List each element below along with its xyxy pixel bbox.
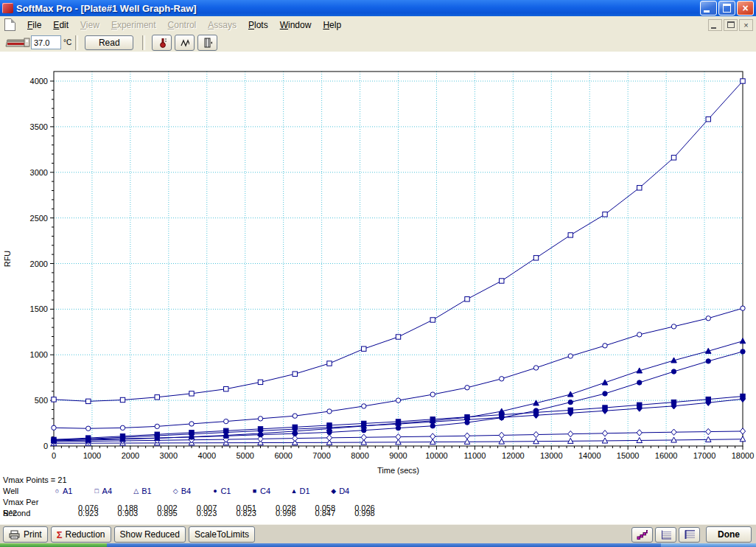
show-reduced-button[interactable]: Show Reduced bbox=[114, 526, 186, 543]
svg-text:18000: 18000 bbox=[732, 451, 755, 460]
gridlines bbox=[54, 72, 743, 446]
mdi-close-icon: × bbox=[743, 21, 748, 29]
menu-item-help[interactable]: Help bbox=[317, 18, 347, 32]
well-cell-D4: ◆D4 bbox=[328, 486, 368, 497]
svg-text:7000: 7000 bbox=[312, 451, 330, 460]
well-cell-A4: □A4 bbox=[91, 486, 131, 497]
D1-marker-glyph: ▲ bbox=[289, 486, 300, 497]
svg-text:500: 500 bbox=[35, 396, 48, 405]
well-cell-C1: ●C1 bbox=[209, 486, 249, 497]
plate-grid-framed-view-button[interactable] bbox=[679, 527, 700, 543]
sigma-icon: Σ bbox=[57, 529, 63, 540]
well-graph-panel: 0100020003000400050006000700080009000100… bbox=[0, 52, 756, 524]
r2-value-A1: 0.923 bbox=[52, 508, 91, 519]
svg-text:3500: 3500 bbox=[30, 122, 48, 131]
menu-item-window[interactable]: Window bbox=[274, 18, 318, 32]
kinetic-read-button[interactable] bbox=[175, 35, 195, 51]
well-cell-B4: ◇B4 bbox=[170, 486, 210, 497]
instrument-toolbar: °C Read bbox=[0, 33, 756, 52]
minimize-button[interactable] bbox=[700, 1, 717, 15]
start-button-strip[interactable] bbox=[0, 543, 107, 547]
menu-item-view: View bbox=[74, 18, 105, 32]
C4-marker-glyph: ■ bbox=[249, 486, 260, 497]
menu-item-file[interactable]: File bbox=[21, 18, 47, 32]
svg-text:0: 0 bbox=[43, 442, 48, 450]
well-row: Well○A1□A4△B1◇B4●C1■C4▲D1◆D4 bbox=[3, 486, 445, 497]
mdi-minimize-icon bbox=[711, 27, 716, 29]
toolbar-separator bbox=[75, 35, 78, 50]
temperature-unit-label: °C bbox=[63, 38, 71, 46]
well-cell-A1: ○A1 bbox=[52, 486, 91, 497]
drawer-button[interactable] bbox=[197, 35, 217, 51]
well-cell-B1: △B1 bbox=[130, 486, 170, 497]
svg-text:2500: 2500 bbox=[30, 214, 48, 223]
restore-button[interactable] bbox=[718, 1, 735, 15]
reduction-button[interactable]: Σ Reduction bbox=[51, 526, 111, 543]
printer-icon bbox=[9, 530, 21, 540]
menu-item-plots[interactable]: Plots bbox=[242, 18, 274, 32]
menu-bar: FileEditViewExperimentControlAssaysPlots… bbox=[0, 16, 756, 34]
r2-value-D1: 0.847 bbox=[289, 508, 329, 519]
statistics-panel: Vmax Points = 21 Well○A1□A4△B1◇B4●C1■C4▲… bbox=[3, 475, 445, 519]
mdi-restore-button[interactable] bbox=[724, 19, 738, 31]
mdi-minimize-button[interactable] bbox=[708, 19, 722, 31]
temperature-input[interactable] bbox=[31, 35, 61, 49]
plate-grid-icon bbox=[660, 529, 671, 540]
vmax-points-label: Vmax Points = 21 bbox=[3, 475, 445, 486]
svg-text:4000: 4000 bbox=[198, 451, 216, 460]
svg-text:0: 0 bbox=[52, 451, 56, 460]
title-bar: SoftMax Pro - [Plate#1 Well Graph-Raw] × bbox=[0, 0, 756, 16]
done-button[interactable]: Done bbox=[706, 526, 752, 543]
restore-icon bbox=[723, 4, 731, 13]
r2-value-A4: 0.903 bbox=[91, 508, 131, 519]
svg-text:6000: 6000 bbox=[274, 451, 292, 460]
reduction-label: Reduction bbox=[66, 529, 105, 540]
scale-to-limits-button[interactable]: ScaleToLimits bbox=[189, 526, 255, 543]
svg-text:3000: 3000 bbox=[160, 451, 178, 460]
svg-text:10000: 10000 bbox=[425, 451, 448, 460]
mdi-close-button[interactable]: × bbox=[739, 19, 753, 31]
menu-item-edit[interactable]: Edit bbox=[47, 18, 74, 32]
x-axis-tick-labels: 0100020003000400050006000700080009000100… bbox=[52, 451, 754, 460]
document-icon[interactable] bbox=[4, 18, 15, 31]
well-graph-icon bbox=[637, 529, 648, 540]
C1-marker-glyph: ● bbox=[209, 486, 220, 497]
svg-text:5000: 5000 bbox=[236, 451, 253, 460]
waveform-icon bbox=[180, 38, 189, 48]
B1-marker-glyph: △ bbox=[130, 486, 141, 497]
read-button[interactable]: Read bbox=[85, 35, 133, 50]
print-button[interactable]: Print bbox=[3, 526, 48, 543]
app-icon bbox=[2, 3, 13, 13]
print-label: Print bbox=[24, 529, 42, 540]
plot-frame bbox=[54, 72, 743, 446]
svg-text:9000: 9000 bbox=[389, 451, 407, 460]
taskbar-strip bbox=[0, 543, 756, 547]
menu-item-assays: Assays bbox=[202, 18, 242, 32]
svg-text:4000: 4000 bbox=[30, 77, 48, 86]
B4-marker-glyph: ◇ bbox=[170, 486, 181, 497]
plate-grid-view-button[interactable] bbox=[655, 527, 676, 543]
D4-marker-glyph: ◆ bbox=[328, 486, 339, 497]
svg-text:1500: 1500 bbox=[30, 304, 48, 313]
temperature-control-button[interactable] bbox=[152, 35, 172, 51]
svg-text:2000: 2000 bbox=[30, 259, 48, 268]
toolbar-separator bbox=[142, 35, 145, 50]
svg-text:1000: 1000 bbox=[83, 451, 101, 460]
svg-text:13000: 13000 bbox=[540, 451, 563, 460]
svg-text:11000: 11000 bbox=[463, 451, 486, 460]
softmax-pro-window: SoftMax Pro - [Plate#1 Well Graph-Raw] ×… bbox=[0, 0, 756, 547]
r2-value-B4: 0.923 bbox=[170, 508, 210, 519]
r2-row-label: R^2 bbox=[3, 508, 52, 519]
svg-text:15000: 15000 bbox=[617, 451, 640, 460]
well-cell-D1: ▲D1 bbox=[289, 486, 329, 497]
plate-grid-framed-icon bbox=[684, 529, 695, 540]
well-cell-C4: ■C4 bbox=[249, 486, 289, 497]
well-graph-view-button[interactable] bbox=[631, 527, 653, 543]
taskbar-tray-strip bbox=[661, 543, 756, 547]
menu-items: FileEditViewExperimentControlAssaysPlots… bbox=[21, 18, 347, 32]
svg-text:17000: 17000 bbox=[693, 451, 716, 460]
close-button[interactable]: × bbox=[737, 1, 754, 15]
y-axis-label: RFU bbox=[3, 251, 12, 268]
svg-text:1000: 1000 bbox=[30, 350, 48, 359]
A1-marker-glyph: ○ bbox=[52, 486, 63, 497]
